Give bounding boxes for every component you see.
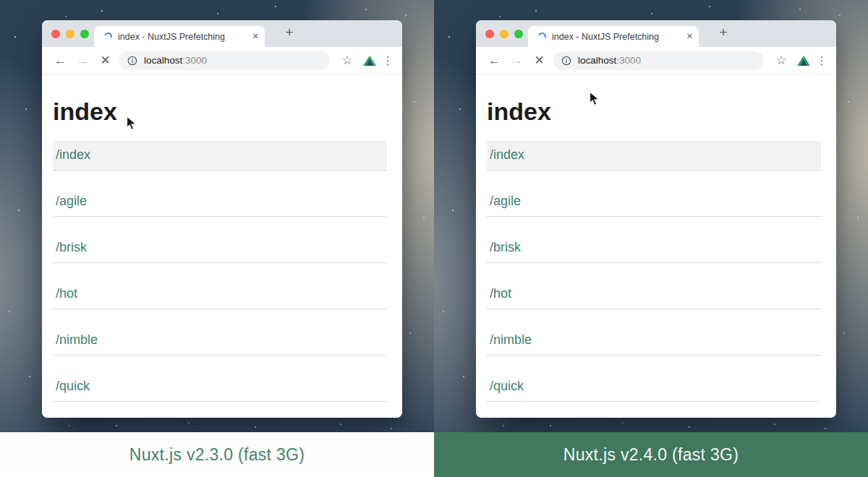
page-link-index[interactable]: /index (53, 141, 387, 171)
traffic-lights (51, 30, 89, 38)
wallpaper-stars (434, 0, 435, 1)
page-link-brisk[interactable]: /brisk (487, 233, 821, 263)
fullscreen-window-button[interactable] (80, 30, 89, 38)
caption-right: Nuxt.js v2.4.0 (fast 3G) (434, 432, 868, 477)
tab-title: index - NuxtJS Prefetching (552, 32, 682, 42)
address-bar[interactable]: localhost:3000 (119, 51, 330, 70)
browser-tab[interactable]: index - NuxtJS Prefetching ✕ (94, 26, 265, 47)
url-text: localhost:3000 (578, 55, 641, 66)
new-tab-button[interactable]: + (281, 25, 298, 40)
bookmark-star-icon[interactable]: ☆ (337, 53, 357, 68)
page-link-quick[interactable]: /quick (53, 372, 387, 402)
minimize-window-button[interactable] (500, 30, 509, 38)
browser-tab[interactable]: index - NuxtJS Prefetching ✕ (528, 26, 699, 47)
back-button[interactable]: ← (483, 53, 506, 68)
forward-button[interactable]: → (72, 53, 94, 68)
left-screenshot-half: index - NuxtJS Prefetching ✕ + ← → ✕ loc… (0, 0, 434, 477)
link-list: /index /agile /brisk /hot /nimble /quick (487, 141, 821, 402)
forward-button[interactable]: → (506, 53, 528, 68)
url-text: localhost:3000 (144, 55, 207, 66)
page-info-icon[interactable] (127, 56, 137, 66)
wallpaper-stars (0, 0, 1, 1)
tab-title: index - NuxtJS Prefetching (118, 32, 248, 42)
browser-window-right: index - NuxtJS Prefetching ✕ + ← → ✕ loc… (476, 20, 836, 418)
tab-strip: index - NuxtJS Prefetching ✕ + (42, 20, 402, 47)
browser-toolbar: ← → ✕ localhost:3000 ☆ ⋮ (476, 47, 836, 74)
browser-toolbar: ← → ✕ localhost:3000 ☆ ⋮ (42, 47, 402, 74)
page-title: index (53, 98, 387, 126)
close-window-button[interactable] (51, 30, 60, 38)
url-host: localhost (578, 55, 616, 66)
stop-loading-button[interactable]: ✕ (94, 53, 116, 68)
page-info-icon[interactable] (561, 56, 571, 66)
page-link-index[interactable]: /index (487, 141, 821, 171)
stop-loading-button[interactable]: ✕ (528, 53, 550, 68)
back-button[interactable]: ← (49, 53, 72, 68)
browser-window-left: index - NuxtJS Prefetching ✕ + ← → ✕ loc… (42, 20, 402, 418)
page-title: index (487, 98, 821, 126)
page-link-hot[interactable]: /hot (487, 280, 821, 309)
vue-devtools-extension-icon[interactable] (791, 53, 814, 68)
link-list: /index /agile /brisk /hot /nimble /quick (53, 141, 387, 402)
new-tab-button[interactable]: + (715, 25, 732, 40)
minimize-window-button[interactable] (66, 30, 75, 38)
close-window-button[interactable] (485, 30, 494, 38)
page-content: index /index /agile /brisk /hot /nimble … (476, 98, 836, 418)
browser-menu-icon[interactable]: ⋮ (814, 54, 829, 67)
url-port: :3000 (616, 55, 641, 66)
tab-close-icon[interactable]: ✕ (686, 32, 693, 41)
page-link-quick[interactable]: /quick (487, 372, 821, 402)
tab-close-icon[interactable]: ✕ (252, 32, 259, 41)
page-content: index /index /agile /brisk /hot /nimble … (42, 98, 402, 418)
right-screenshot-half: index - NuxtJS Prefetching ✕ + ← → ✕ loc… (434, 0, 868, 477)
tab-loading-spinner-icon (537, 31, 548, 42)
tab-strip: index - NuxtJS Prefetching ✕ + (476, 20, 836, 47)
page-link-nimble[interactable]: /nimble (487, 326, 821, 356)
page-link-nimble[interactable]: /nimble (53, 326, 387, 356)
page-link-hot[interactable]: /hot (53, 280, 387, 309)
address-bar[interactable]: localhost:3000 (553, 51, 764, 70)
vue-devtools-extension-icon[interactable] (357, 53, 380, 68)
page-link-brisk[interactable]: /brisk (53, 233, 387, 263)
page-link-agile[interactable]: /agile (487, 187, 821, 217)
page-link-agile[interactable]: /agile (53, 187, 387, 217)
url-host: localhost (144, 55, 182, 66)
tab-loading-spinner-icon (103, 31, 114, 42)
url-port: :3000 (182, 55, 207, 66)
bookmark-star-icon[interactable]: ☆ (771, 53, 791, 68)
caption-left: Nuxt.js v2.3.0 (fast 3G) (0, 432, 434, 477)
traffic-lights (485, 30, 523, 38)
browser-menu-icon[interactable]: ⋮ (380, 54, 395, 67)
fullscreen-window-button[interactable] (514, 30, 523, 38)
